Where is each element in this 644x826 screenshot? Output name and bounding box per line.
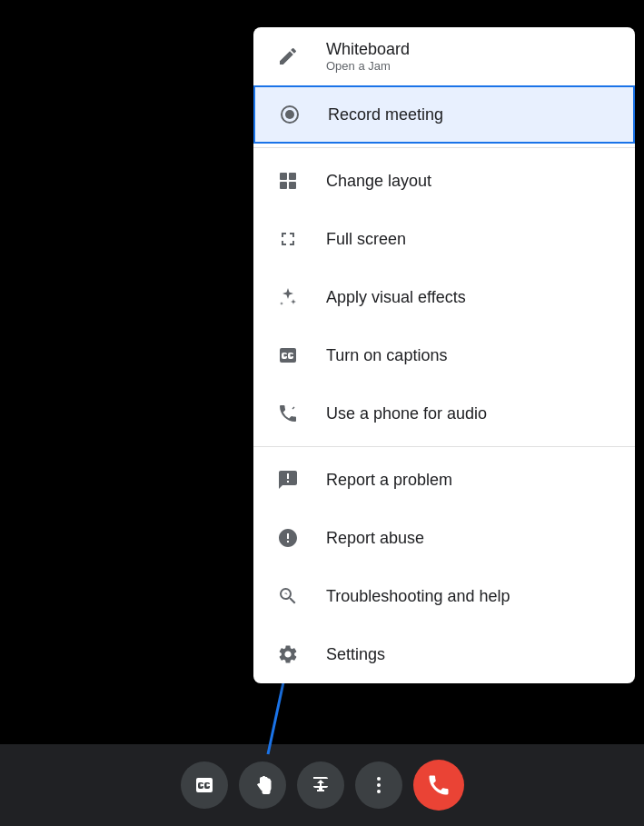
pencil-icon <box>275 44 301 69</box>
layout-icon <box>275 168 301 194</box>
report-abuse-icon <box>275 525 301 551</box>
menu-item-full-screen[interactable]: Full screen <box>253 210 635 268</box>
svg-point-1 <box>285 110 294 119</box>
record-meeting-label: Record meeting <box>328 105 443 124</box>
svg-rect-2 <box>280 173 287 180</box>
divider-1 <box>253 147 635 148</box>
fullscreen-icon <box>275 226 301 252</box>
whiteboard-label: Whiteboard <box>326 40 410 59</box>
raise-hand-button[interactable] <box>239 761 286 809</box>
more-options-button[interactable] <box>355 761 402 809</box>
menu-item-report-abuse[interactable]: Report abuse <box>253 509 635 567</box>
change-layout-label: Change layout <box>326 172 431 191</box>
captions-icon <box>275 343 301 368</box>
phone-audio-label: Use a phone for audio <box>326 404 487 423</box>
report-problem-icon <box>275 467 301 493</box>
whiteboard-sublabel: Open a Jam <box>326 59 410 73</box>
menu-item-phone-audio[interactable]: Use a phone for audio <box>253 384 635 443</box>
svg-rect-5 <box>289 182 296 189</box>
menu-item-settings[interactable]: Settings <box>253 625 635 683</box>
full-screen-label: Full screen <box>326 230 406 249</box>
menu-item-report-problem[interactable]: Report a problem <box>253 451 635 509</box>
end-call-button[interactable] <box>413 760 464 811</box>
report-abuse-label: Report abuse <box>326 529 424 548</box>
troubleshoot-icon <box>275 583 301 609</box>
settings-label: Settings <box>326 645 385 664</box>
troubleshoot-label: Troubleshooting and help <box>326 587 510 606</box>
svg-point-8 <box>377 777 381 781</box>
menu-item-whiteboard[interactable]: Whiteboard Open a Jam <box>253 27 635 85</box>
svg-point-10 <box>377 790 381 793</box>
svg-rect-3 <box>289 173 296 180</box>
menu-item-troubleshoot[interactable]: Troubleshooting and help <box>253 567 635 625</box>
captions-label: Turn on captions <box>326 346 447 365</box>
phone-icon <box>275 401 301 426</box>
menu-item-captions[interactable]: Turn on captions <box>253 326 635 384</box>
record-icon <box>277 102 302 127</box>
svg-rect-4 <box>280 182 287 189</box>
divider-2 <box>253 446 635 447</box>
menu-item-visual-effects[interactable]: Apply visual effects <box>253 268 635 326</box>
sparkle-icon <box>275 284 301 310</box>
toolbar <box>0 744 644 826</box>
menu-item-record-meeting[interactable]: Record meeting <box>253 85 635 144</box>
present-button[interactable] <box>297 761 344 809</box>
visual-effects-label: Apply visual effects <box>326 288 466 307</box>
context-menu: Whiteboard Open a Jam Record meeting Cha… <box>253 27 635 683</box>
report-problem-label: Report a problem <box>326 471 452 490</box>
svg-point-9 <box>377 783 381 787</box>
menu-item-change-layout[interactable]: Change layout <box>253 152 635 210</box>
captions-button[interactable] <box>181 761 228 809</box>
gear-icon <box>275 642 301 667</box>
